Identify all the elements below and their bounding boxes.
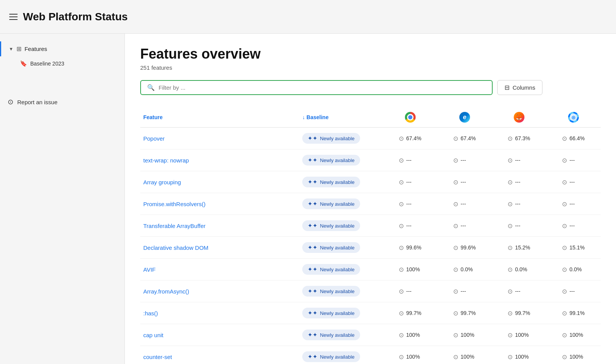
baseline-cell: ✦✦Newly available xyxy=(299,280,383,302)
filter-input[interactable] xyxy=(159,84,486,91)
table-row: AVIF✦✦Newly available⊙100%⊙0.0%⊙0.0%⊙0.0… xyxy=(140,259,601,280)
table-row: Promise.withResolvers()✦✦Newly available… xyxy=(140,193,601,215)
chrome-pct: --- xyxy=(406,157,421,163)
check-icon: ⊙ xyxy=(562,266,567,273)
check-icon: ⊙ xyxy=(508,310,513,317)
check-icon: ⊙ xyxy=(399,222,404,230)
chrome-cell: ⊙99.7% xyxy=(383,302,437,324)
edge-pct: --- xyxy=(460,201,476,207)
baseline-label: Baseline 2023 xyxy=(30,61,64,67)
feature-link[interactable]: AVIF xyxy=(143,266,156,273)
check-icon: ⊙ xyxy=(562,179,567,186)
firefox-pct: --- xyxy=(515,157,530,163)
grid-icon: ⊞ xyxy=(16,45,21,52)
sidebar-item-report[interactable]: ⊙ Report an issue xyxy=(0,94,125,110)
feature-link[interactable]: Array grouping xyxy=(143,179,181,185)
check-icon: ⊙ xyxy=(453,135,458,142)
chrome-cell: ⊙99.6% xyxy=(383,237,437,259)
newly-available-badge: ✦✦Newly available xyxy=(302,242,360,253)
check-icon: ⊙ xyxy=(453,331,458,339)
firefox-cell: ⊙15.2% xyxy=(492,237,546,259)
sparkle-icon: ✦✦ xyxy=(308,288,318,295)
feature-cell: Declarative shadow DOM xyxy=(140,237,299,259)
feature-cell: text-wrap: nowrap xyxy=(140,149,299,171)
newly-label: Newly available xyxy=(320,223,354,229)
newly-label: Newly available xyxy=(320,179,354,185)
newly-available-badge: ✦✦Newly available xyxy=(302,133,360,144)
col-header-baseline[interactable]: ↓ Baseline xyxy=(299,107,383,128)
col-header-feature[interactable]: Feature xyxy=(140,107,299,128)
safari-pct: 66.4% xyxy=(569,135,585,141)
newly-available-badge: ✦✦Newly available xyxy=(302,198,360,209)
newly-label: Newly available xyxy=(320,201,354,207)
edge-cell: ⊙100% xyxy=(437,346,492,364)
edge-cell: ⊙100% xyxy=(437,324,492,346)
sparkle-icon: ✦✦ xyxy=(308,135,318,142)
sparkle-icon: ✦✦ xyxy=(308,310,318,316)
firefox-cell: ⊙--- xyxy=(492,171,546,193)
sparkle-icon: ✦✦ xyxy=(308,179,318,185)
safari-cell: ⊙--- xyxy=(546,193,601,215)
col-header-chrome xyxy=(383,107,437,128)
newly-label: Newly available xyxy=(320,332,354,338)
firefox-cell: ⊙100% xyxy=(492,324,546,346)
newly-available-badge: ✦✦Newly available xyxy=(302,351,360,362)
sidebar-item-features[interactable]: ▼ ⊞ Features xyxy=(0,41,125,56)
table-row: :has()✦✦Newly available⊙99.7%⊙99.7%⊙99.7… xyxy=(140,302,601,324)
chrome-pct: 99.7% xyxy=(406,310,421,316)
feature-link[interactable]: Popover xyxy=(143,135,165,142)
sidebar-item-baseline[interactable]: 🔖 Baseline 2023 xyxy=(0,56,125,71)
columns-icon: ⊟ xyxy=(505,84,510,91)
edge-pct: 67.4% xyxy=(460,135,476,141)
firefox-pct: 0.0% xyxy=(515,266,530,272)
main-content: Features overview 251 features 🔍 ⊟ Colum… xyxy=(125,34,616,364)
table-header: Feature ↓ Baseline e 🦊 xyxy=(140,107,601,128)
edge-cell: ⊙99.7% xyxy=(437,302,492,324)
newly-label: Newly available xyxy=(320,354,354,360)
baseline-cell: ✦✦Newly available xyxy=(299,302,383,324)
chrome-icon xyxy=(405,112,416,123)
check-icon: ⊙ xyxy=(508,157,513,164)
hamburger-menu[interactable] xyxy=(9,14,18,20)
feature-link[interactable]: text-wrap: nowrap xyxy=(143,157,189,164)
safari-pct: --- xyxy=(569,288,585,294)
feature-cell: AVIF xyxy=(140,259,299,280)
feature-link[interactable]: Promise.withResolvers() xyxy=(143,201,206,207)
feature-link[interactable]: Transferable ArrayBuffer xyxy=(143,223,206,229)
firefox-pct: --- xyxy=(515,179,530,185)
baseline-cell: ✦✦Newly available xyxy=(299,346,383,364)
firefox-pct: 100% xyxy=(515,332,530,338)
table-row: cap unit✦✦Newly available⊙100%⊙100%⊙100%… xyxy=(140,324,601,346)
baseline-cell: ✦✦Newly available xyxy=(299,237,383,259)
check-icon: ⊙ xyxy=(508,353,513,361)
firefox-cell: ⊙--- xyxy=(492,280,546,302)
chrome-pct: 99.6% xyxy=(406,244,421,251)
newly-label: Newly available xyxy=(320,310,354,316)
check-icon: ⊙ xyxy=(453,288,458,295)
check-icon: ⊙ xyxy=(453,200,458,208)
github-icon: ⊙ xyxy=(8,98,13,106)
columns-button[interactable]: ⊟ Columns xyxy=(497,80,542,95)
feature-link[interactable]: Array.fromAsync() xyxy=(143,288,189,295)
feature-link[interactable]: counter-set xyxy=(143,354,172,360)
sparkle-icon: ✦✦ xyxy=(308,331,318,338)
check-icon: ⊙ xyxy=(453,353,458,361)
chevron-down-icon: ▼ xyxy=(9,46,13,52)
check-icon: ⊙ xyxy=(562,244,567,251)
edge-pct: 0.0% xyxy=(460,266,476,272)
table-row: counter-set✦✦Newly available⊙100%⊙100%⊙1… xyxy=(140,346,601,364)
firefox-pct: 15.2% xyxy=(515,244,530,251)
feature-link[interactable]: :has() xyxy=(143,310,158,316)
feature-link[interactable]: Declarative shadow DOM xyxy=(143,244,208,251)
check-icon: ⊙ xyxy=(508,244,513,251)
newly-available-badge: ✦✦Newly available xyxy=(302,264,360,275)
sparkle-icon: ✦✦ xyxy=(308,200,318,207)
safari-cell: ⊙99.1% xyxy=(546,302,601,324)
chrome-pct: 100% xyxy=(406,354,421,360)
newly-label: Newly available xyxy=(320,267,354,272)
baseline-cell: ✦✦Newly available xyxy=(299,193,383,215)
feature-count: 251 features xyxy=(140,64,601,71)
feature-link[interactable]: cap unit xyxy=(143,332,164,338)
feature-cell: Popover xyxy=(140,128,299,149)
check-icon: ⊙ xyxy=(399,179,404,186)
